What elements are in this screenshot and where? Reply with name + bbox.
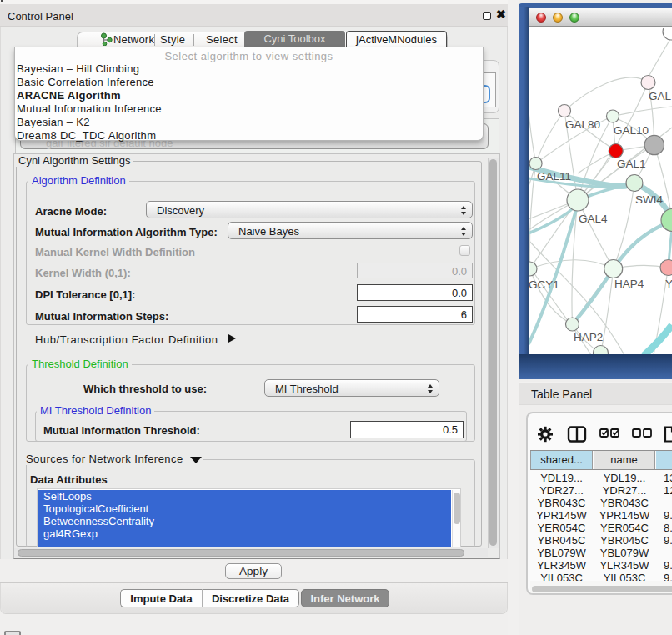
svg-text:GAL10: GAL10: [614, 124, 649, 137]
svg-text:HAP4: HAP4: [614, 278, 644, 290]
svg-text:GAL1: GAL1: [617, 158, 646, 170]
svg-text:GAL4: GAL4: [579, 212, 608, 225]
svg-text:GCY1: GCY1: [529, 278, 559, 291]
svg-text:GAL: GAL: [649, 90, 672, 102]
svg-text:SWI4: SWI4: [635, 193, 663, 206]
svg-text:GAL11: GAL11: [537, 170, 571, 182]
svg-text:Y: Y: [665, 278, 672, 290]
svg-text:HAP2: HAP2: [574, 331, 603, 343]
svg-text:GAL80: GAL80: [565, 118, 600, 131]
